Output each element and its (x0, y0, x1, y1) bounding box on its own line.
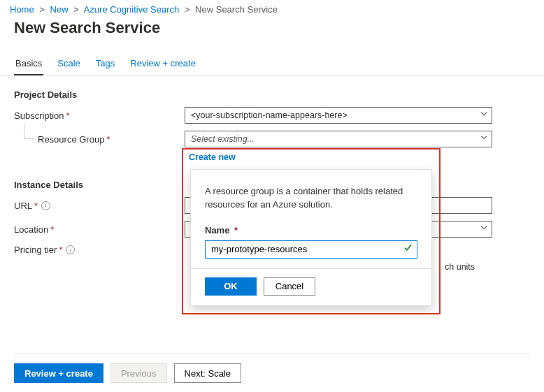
popover-name-label-text: Name (205, 225, 229, 235)
required-indicator: * (66, 110, 70, 121)
required-indicator: * (234, 225, 238, 235)
breadcrumb-current: New Search Service (195, 4, 278, 15)
label-location-text: Location (14, 224, 48, 235)
row-resource-group: Resource Group * Select existing... (14, 131, 530, 147)
page-title: New Search Service (0, 17, 544, 44)
chevron-down-icon (480, 224, 487, 233)
label-pricing-tier-text: Pricing tier (14, 245, 57, 255)
tab-scale[interactable]: Scale (56, 54, 82, 75)
breadcrumb-link-acs[interactable]: Azure Cognitive Search (84, 4, 180, 15)
chevron-down-icon (480, 110, 487, 119)
bottom-bar-separator (14, 354, 530, 354)
breadcrumb-link-home[interactable]: Home (10, 4, 34, 15)
required-indicator: * (106, 134, 110, 145)
label-resource-group-text: Resource Group (38, 134, 104, 145)
info-icon[interactable]: i (41, 201, 50, 210)
resource-group-name-input[interactable] (205, 240, 417, 259)
resource-group-select[interactable]: Select existing... (185, 131, 492, 147)
label-location: Location * (14, 224, 185, 235)
bottom-bar: Review + create Previous Next: Scale (14, 363, 530, 383)
breadcrumb-sep: > (73, 4, 79, 15)
label-subscription-text: Subscription (14, 110, 64, 121)
resource-group-placeholder: Select existing... (191, 134, 255, 144)
breadcrumb: Home > New > Azure Cognitive Search > Ne… (0, 0, 544, 17)
resource-group-popover-outline: Create new A resource group is a contain… (182, 148, 441, 314)
tab-review-create[interactable]: Review + create (129, 54, 197, 75)
row-subscription: Subscription * <your-subscription-name-a… (14, 107, 530, 124)
breadcrumb-sep: > (185, 4, 190, 15)
tab-tags[interactable]: Tags (94, 54, 116, 75)
label-subscription: Subscription * (14, 110, 185, 121)
required-indicator: * (59, 245, 62, 255)
previous-button: Previous (110, 363, 167, 383)
label-resource-group: Resource Group * (14, 134, 185, 145)
required-indicator: * (50, 224, 54, 235)
required-indicator: * (34, 201, 38, 211)
label-url-text: URL (14, 201, 32, 211)
review-create-button[interactable]: Review + create (14, 363, 103, 383)
subscription-value: <your-subscription-name-appears-here> (191, 110, 348, 120)
create-new-link[interactable]: Create new (183, 150, 439, 166)
label-url: URL * i (14, 201, 185, 211)
create-resource-group-popover: A resource group is a container that hol… (190, 169, 432, 306)
section-project-details: Project Details (14, 89, 530, 100)
next-button[interactable]: Next: Scale (174, 363, 241, 383)
subscription-select[interactable]: <your-subscription-name-appears-here> (185, 107, 492, 124)
label-pricing-tier: Pricing tier * i (14, 245, 185, 255)
popover-name-label: Name * (205, 224, 417, 238)
chevron-down-icon (480, 133, 487, 143)
popover-description: A resource group is a container that hol… (205, 185, 417, 212)
breadcrumb-sep: > (39, 4, 45, 15)
check-icon (403, 242, 413, 256)
cancel-button[interactable]: Cancel (264, 277, 315, 296)
tab-basics[interactable]: Basics (14, 54, 43, 75)
breadcrumb-link-new[interactable]: New (50, 4, 69, 15)
tabs: Basics Scale Tags Review + create (0, 54, 544, 75)
ok-button[interactable]: OK (205, 277, 257, 296)
info-icon[interactable]: i (66, 245, 75, 254)
